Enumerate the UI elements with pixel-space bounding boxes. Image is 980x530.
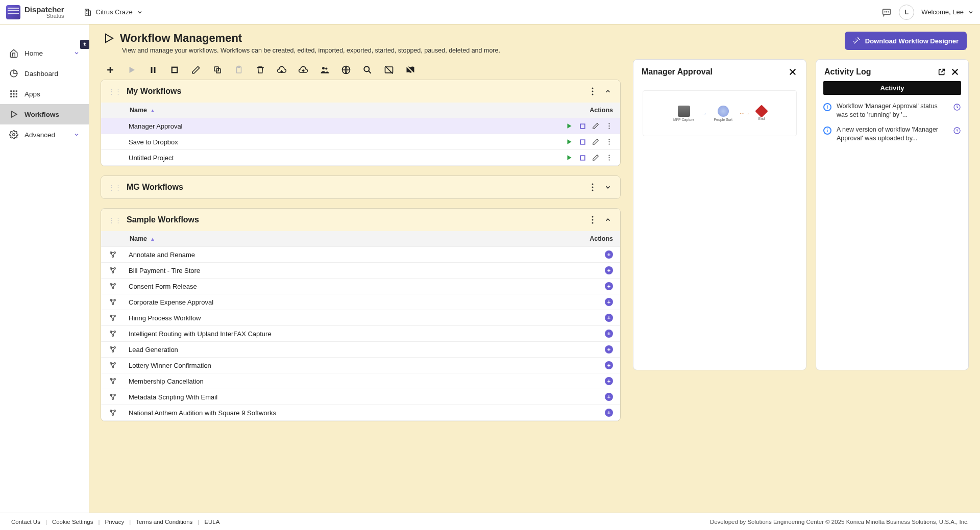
add-sample-button[interactable]: + [605, 282, 613, 290]
workflow-row[interactable]: Save to Dropbox [101, 134, 620, 150]
share-users-button[interactable] [319, 64, 330, 75]
row-play-button[interactable] [565, 122, 573, 130]
svg-point-50 [608, 139, 609, 140]
drag-handle-icon[interactable]: ⋮⋮ [108, 88, 121, 95]
svg-marker-43 [568, 123, 572, 128]
user-avatar[interactable]: L [899, 5, 914, 20]
add-button[interactable] [105, 64, 116, 75]
download-designer-button[interactable]: Download Workflow Designer [845, 32, 967, 50]
add-sample-button[interactable]: + [605, 345, 613, 354]
svg-point-57 [608, 159, 609, 160]
workflow-row[interactable]: Untitled Project [101, 150, 620, 166]
row-menu-button[interactable] [605, 122, 613, 130]
svg-point-78 [112, 319, 114, 320]
row-edit-button[interactable] [592, 138, 600, 146]
svg-point-41 [592, 91, 594, 92]
add-sample-button[interactable]: + [605, 409, 613, 417]
table-header: Name ▲ Actions [101, 103, 620, 118]
edit-button[interactable] [190, 64, 202, 75]
footer-link[interactable]: Privacy [105, 519, 124, 525]
globe-button[interactable] [340, 64, 352, 75]
group-menu-button[interactable] [587, 86, 598, 96]
nav-advanced[interactable]: Advanced [0, 124, 89, 145]
svg-point-87 [112, 366, 114, 368]
group-collapse-button[interactable] [603, 86, 613, 96]
activity-tab[interactable]: Activity [823, 81, 961, 95]
stop-button[interactable] [169, 64, 180, 75]
workflow-row[interactable]: Manager Approval [101, 118, 620, 134]
sample-workflow-row[interactable]: Lottery Winner Confirmation + [101, 358, 620, 373]
row-stop-button[interactable] [578, 154, 586, 162]
add-sample-button[interactable]: + [605, 361, 613, 369]
add-sample-button[interactable]: + [605, 298, 613, 306]
nav-home[interactable]: Home [0, 43, 89, 63]
group-mg-workflows: ⋮⋮ MG Workflows [101, 175, 621, 199]
sample-workflow-row[interactable]: Membership Cancellation + [101, 373, 620, 389]
svg-point-76 [110, 315, 112, 317]
clock-icon[interactable] [953, 103, 961, 111]
add-sample-button[interactable]: + [605, 250, 613, 259]
close-activity-button[interactable] [950, 67, 960, 77]
sample-workflow-row[interactable]: Intelligent Routing with Upland InterFAX… [101, 326, 620, 342]
messages-icon[interactable] [881, 7, 892, 17]
workflow-template-icon [108, 282, 117, 291]
user-menu[interactable]: Welcome, Lee [921, 8, 974, 16]
pause-button[interactable] [148, 64, 159, 75]
row-menu-button[interactable] [605, 154, 613, 162]
group-menu-button[interactable] [587, 215, 598, 225]
nav-dashboard[interactable]: Dashboard [0, 63, 89, 84]
org-switcher[interactable]: Citrus Craze [79, 5, 148, 19]
drag-handle-icon[interactable]: ⋮⋮ [108, 216, 121, 224]
footer-link[interactable]: Terms and Conditions [136, 519, 192, 525]
group-collapse-button[interactable] [603, 215, 613, 225]
row-play-button[interactable] [565, 138, 573, 146]
search-button[interactable] [362, 64, 373, 75]
row-edit-button[interactable] [592, 122, 600, 130]
delete-button[interactable] [255, 64, 266, 75]
sort-asc-icon[interactable]: ▲ [150, 236, 155, 242]
copy-button[interactable] [212, 64, 223, 75]
sample-workflow-row[interactable]: Annotate and Rename + [101, 247, 620, 263]
footer-link[interactable]: Cookie Settings [52, 519, 93, 525]
sample-workflow-row[interactable]: Corporate Expense Approval + [101, 294, 620, 310]
sample-workflow-row[interactable]: Bill Payment - Tire Store + [101, 263, 620, 279]
row-stop-button[interactable] [578, 122, 586, 130]
workflow-name: Corporate Expense Approval [129, 298, 547, 306]
svg-point-6 [885, 11, 885, 12]
sort-asc-icon[interactable]: ▲ [150, 108, 155, 113]
cloud-download-button[interactable] [276, 64, 287, 75]
group-menu-button[interactable] [587, 182, 598, 192]
cloud-upload-button[interactable] [298, 64, 309, 75]
add-sample-button[interactable]: + [605, 266, 613, 274]
book-off-button[interactable] [405, 64, 416, 75]
drag-handle-icon[interactable]: ⋮⋮ [108, 184, 121, 191]
row-play-button[interactable] [565, 154, 573, 162]
workflow-name: Lottery Winner Confirmation [129, 362, 547, 369]
row-edit-button[interactable] [592, 154, 600, 162]
sample-workflow-row[interactable]: Metadata Scripting With Email + [101, 389, 620, 405]
sample-workflow-row[interactable]: Hiring Process Workflow + [101, 310, 620, 326]
nav-workflows[interactable]: Workflows [0, 104, 89, 124]
group-collapse-button[interactable] [603, 182, 613, 192]
add-sample-button[interactable]: + [605, 330, 613, 338]
sample-workflow-row[interactable]: Lead Generation + [101, 342, 620, 358]
footer-link[interactable]: EULA [204, 519, 219, 525]
nav-apps[interactable]: Apps [0, 84, 89, 104]
clock-icon[interactable] [953, 127, 961, 135]
image-off-button[interactable] [383, 64, 395, 75]
open-external-button[interactable] [937, 67, 947, 77]
sample-workflow-row[interactable]: National Anthem Audition with Square 9 S… [101, 405, 620, 421]
add-sample-button[interactable]: + [605, 393, 613, 401]
add-sample-button[interactable]: + [605, 377, 613, 385]
row-menu-button[interactable] [605, 138, 613, 146]
pin-sidebar-button[interactable] [80, 40, 89, 49]
close-preview-button[interactable] [788, 67, 798, 77]
svg-point-81 [112, 335, 114, 336]
row-stop-button[interactable] [578, 138, 586, 146]
svg-point-96 [112, 414, 114, 415]
sample-workflow-row[interactable]: Consent Form Release + [101, 279, 620, 294]
svg-rect-11 [13, 90, 15, 92]
add-sample-button[interactable]: + [605, 314, 613, 322]
workflow-template-icon [108, 376, 117, 386]
footer-link[interactable]: Contact Us [11, 519, 40, 525]
